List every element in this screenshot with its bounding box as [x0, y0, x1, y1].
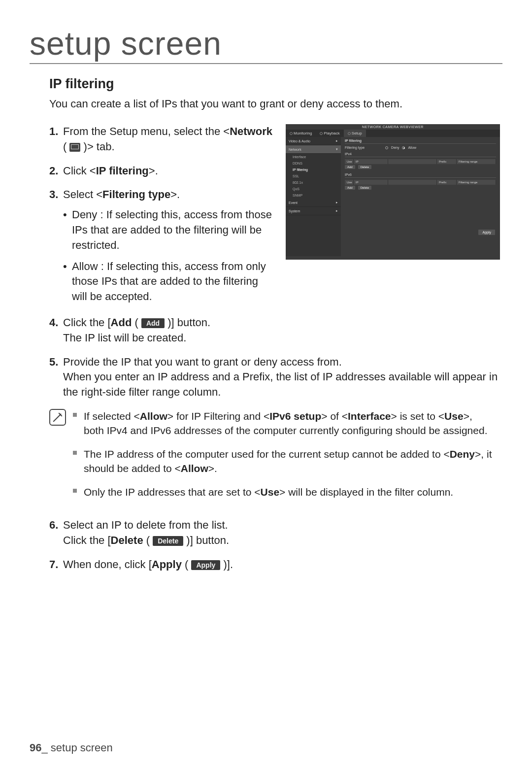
step-2-c: >.	[149, 165, 158, 177]
step-1: 1. From the Setup menu, select the <Netw…	[49, 124, 276, 155]
app-title: NETWORK CAMERA WEBVIEWER	[286, 124, 500, 130]
intro-text: You can create a list of IPs that you wa…	[49, 98, 502, 110]
step-7-b: Apply	[152, 558, 182, 571]
step-5-line2: When you enter an IP address and a Prefi…	[63, 370, 498, 398]
sidebar-8021x[interactable]: 802.1x	[286, 179, 341, 186]
step-3-a: Select <	[63, 188, 102, 201]
note-1: If selected <Allow> for IP Filtering and…	[73, 409, 493, 438]
footer-label: setup screen	[51, 741, 113, 754]
step-6: 6. Select an IP to delete from the list.…	[49, 518, 502, 548]
page-number: 96	[30, 741, 41, 754]
step-6-b: Delete	[111, 534, 143, 546]
step-5-line1: Provide the IP that you want to grant or…	[63, 356, 342, 368]
step-5: 5. Provide the IP that you want to grant…	[49, 355, 502, 400]
step-7: 7. When done, click [Apply ( Apply )].	[49, 557, 502, 572]
ipv4-heading: IPv4	[345, 152, 496, 156]
step-4-line2: The IP list will be created.	[63, 332, 186, 344]
ipv4-header-row: UseIPPrefixFiltering range	[345, 159, 496, 164]
step-4: 4. Click the [Add ( Add )] button. The I…	[49, 315, 502, 346]
note-2: The IP address of the computer used for …	[73, 447, 493, 476]
ipv6-heading: IPv6	[345, 173, 496, 176]
sidebar-ssl[interactable]: SSL	[286, 173, 341, 179]
step-3: 3. Select <Filtering type>. Deny : If se…	[49, 187, 276, 304]
step-6-a: Click the [	[63, 534, 111, 546]
sidebar-video-audio[interactable]: Video & Audio▸	[286, 137, 341, 145]
tab-playback[interactable]: Playback	[316, 130, 343, 137]
sidebar-event[interactable]: Event▸	[286, 199, 341, 207]
apply-button[interactable]: Apply	[478, 230, 495, 235]
step-7-a: When done, click [	[63, 558, 152, 571]
sidebar-ddns[interactable]: DDNS	[286, 160, 341, 167]
ipv6-add-button[interactable]: Add	[345, 186, 355, 190]
step-1-text-b: (	[63, 140, 69, 153]
step-3-sub-deny: Deny : If selecting this, access from th…	[63, 207, 276, 253]
ipv4-delete-button[interactable]: Delete	[358, 165, 371, 169]
sidebar-network[interactable]: Network▾	[286, 145, 341, 154]
step-2-a: Click <	[63, 165, 96, 177]
apply-button-inline: Apply	[191, 560, 220, 570]
step-1-network: Network	[230, 125, 272, 137]
sidebar-interface[interactable]: Interface	[286, 154, 341, 160]
step-3-b: Filtering type	[102, 188, 170, 201]
step-6-line1: Select an IP to delete from the list.	[63, 519, 228, 531]
step-6-d: )] button.	[183, 534, 229, 546]
step-1-text-c: )> tab.	[80, 140, 114, 153]
step-6-c: (	[143, 534, 153, 546]
sidebar-qos[interactable]: QoS	[286, 186, 341, 192]
step-2: 2. Click <IP filtering>.	[49, 164, 276, 179]
step-4-d: )] button.	[165, 316, 210, 329]
radio-deny[interactable]	[385, 146, 388, 149]
embedded-screenshot: NETWORK CAMERA WEBVIEWER Monitoring Play…	[286, 124, 500, 260]
ipv6-delete-button[interactable]: Delete	[358, 186, 371, 190]
step-3-sub-allow: Allow : If selecting this, access from o…	[63, 259, 276, 304]
delete-button-inline: Delete	[153, 536, 183, 546]
step-1-text-a: From the Setup menu, select the <	[63, 125, 230, 137]
tab-monitoring[interactable]: Monitoring	[286, 130, 316, 137]
monitor-icon	[69, 143, 80, 152]
step-4-b: Add	[111, 316, 132, 329]
step-4-a: Click the [	[63, 316, 111, 329]
section-heading: IP filtering	[49, 76, 502, 92]
page-footer: 96_ setup screen	[30, 741, 113, 754]
step-4-c: (	[132, 316, 141, 329]
sidebar-system[interactable]: System▸	[286, 207, 341, 215]
step-7-c: (	[182, 558, 192, 571]
tab-setup[interactable]: Setup	[344, 130, 366, 137]
add-button-inline: Add	[141, 318, 165, 328]
chapter-title: setup screen	[30, 25, 502, 64]
radio-allow[interactable]	[402, 146, 405, 149]
ipv6-header-row: UseIPPrefixFiltering range	[345, 180, 496, 185]
step-3-c: >.	[170, 188, 180, 201]
filtering-type-label: Filtering type	[345, 146, 365, 149]
note-3: Only the IP addresses that are set to <U…	[73, 485, 493, 499]
note-icon	[49, 409, 66, 426]
sidebar-snmp[interactable]: SNMP	[286, 192, 341, 199]
step-7-d: )].	[220, 558, 233, 571]
step-2-b: IP filtering	[96, 165, 149, 177]
sidebar-ip-filtering[interactable]: IP filtering	[286, 167, 341, 173]
panel-heading: IP filtering	[345, 139, 496, 142]
ipv4-add-button[interactable]: Add	[345, 165, 355, 169]
